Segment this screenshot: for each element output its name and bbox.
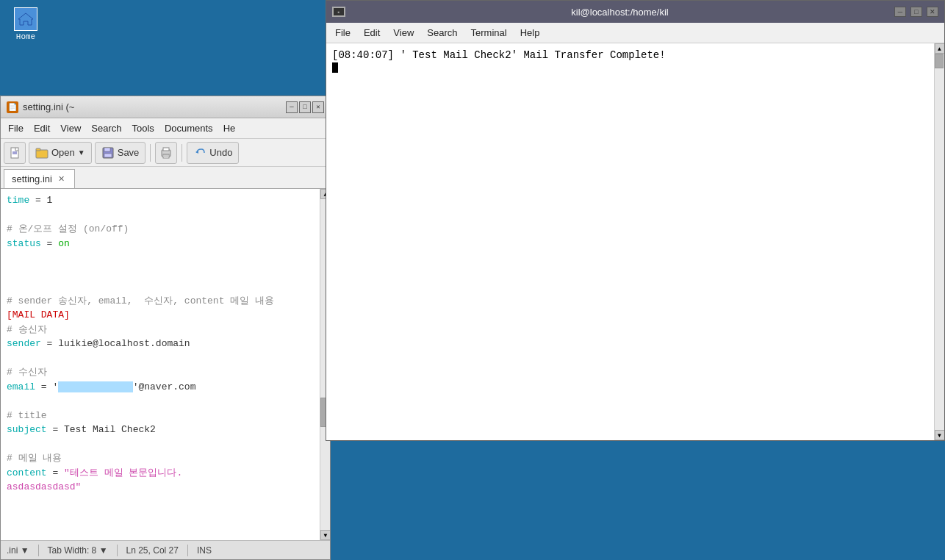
- terminal-content-area[interactable]: [08:40:07] ' Test Mail Check2' Mail Tran…: [326, 43, 934, 440]
- open-button[interactable]: Open ▼: [29, 142, 92, 164]
- terminal-title-icon: ▪: [332, 7, 345, 17]
- editor-content-area[interactable]: time = 1 # 온/오프 설정 (on/off) status = on …: [1, 189, 320, 540]
- tabwidth-dropdown-icon[interactable]: ▼: [99, 545, 108, 556]
- statusbar-filetype: .ini ▼: [7, 545, 29, 556]
- toolbar-divider-2: [182, 144, 182, 162]
- save-button[interactable]: Save: [95, 142, 146, 164]
- print-button[interactable]: [155, 142, 177, 164]
- editor-minimize-button[interactable]: ─: [286, 101, 298, 113]
- svg-rect-1: [11, 148, 18, 158]
- open-icon: [35, 146, 48, 159]
- open-dropdown-icon[interactable]: ▼: [78, 148, 85, 157]
- terminal-cursor: [332, 62, 338, 73]
- editor-close-button[interactable]: ✕: [312, 101, 324, 113]
- terminal-menu-file[interactable]: File: [329, 26, 356, 40]
- editor-titlebar: 📄 setting.ini (~ ─ □ ✕: [1, 96, 330, 118]
- terminal-body: [08:40:07] ' Test Mail Check2' Mail Tran…: [326, 43, 944, 440]
- save-label: Save: [118, 147, 140, 158]
- editor-scroll-down-button[interactable]: ▼: [320, 530, 330, 540]
- editor-menu-edit[interactable]: Edit: [29, 121, 54, 135]
- terminal-scroll-down-button[interactable]: ▼: [935, 430, 945, 440]
- editor-menu-documents[interactable]: Documents: [160, 121, 218, 135]
- svg-marker-0: [18, 13, 33, 25]
- terminal-menu-terminal[interactable]: Terminal: [465, 26, 513, 40]
- terminal-menu-help[interactable]: Help: [514, 26, 546, 40]
- editor-menu-help[interactable]: He: [219, 121, 240, 135]
- svg-rect-7: [104, 148, 110, 151]
- tab-close-button[interactable]: ✕: [57, 174, 67, 184]
- terminal-menu-edit[interactable]: Edit: [358, 26, 386, 40]
- terminal-scroll-thumb[interactable]: [935, 54, 944, 68]
- editor-tab-setting-ini[interactable]: setting.ini ✕: [4, 169, 75, 188]
- terminal-scroll-up-button[interactable]: ▲: [935, 43, 945, 54]
- undo-label: Undo: [209, 147, 232, 158]
- terminal-window-controls: ─ □ ✕: [894, 7, 938, 17]
- new-file-button[interactable]: [4, 142, 26, 164]
- terminal-scroll-track[interactable]: [935, 54, 944, 430]
- statusbar-tab-width: Tab Width: 8 ▼: [48, 545, 108, 556]
- statusbar-cursor-pos: Ln 25, Col 27: [126, 545, 179, 556]
- svg-rect-10: [163, 148, 169, 151]
- editor-menu-tools[interactable]: Tools: [128, 121, 159, 135]
- editor-menu-search[interactable]: Search: [87, 121, 126, 135]
- editor-tabs: setting.ini ✕: [1, 167, 330, 189]
- terminal-scrollbar: ▲ ▼: [934, 43, 944, 440]
- statusbar-divider-2: [117, 545, 118, 556]
- terminal-menu-view[interactable]: View: [387, 26, 420, 40]
- save-icon: [101, 146, 115, 159]
- editor-menubar: File Edit View Search Tools Documents He: [1, 118, 330, 139]
- terminal-menubar: File Edit View Search Terminal Help: [326, 23, 944, 43]
- toolbar-divider-1: [150, 144, 151, 162]
- terminal-menu-search[interactable]: Search: [421, 26, 463, 40]
- editor-toolbar: Open ▼ Save: [1, 139, 330, 167]
- editor-title-icon: 📄: [7, 101, 18, 113]
- open-label: Open: [51, 147, 75, 158]
- svg-rect-8: [104, 154, 112, 157]
- terminal-minimize-button[interactable]: ─: [894, 7, 906, 17]
- statusbar-mode: INS: [197, 545, 212, 556]
- terminal-title-text: kil@localhost:/home/kil: [351, 7, 888, 18]
- undo-icon: [193, 146, 206, 159]
- terminal-window: ▪ kil@localhost:/home/kil ─ □ ✕ File Edi…: [326, 0, 945, 441]
- editor-window-controls: ─ □ ✕: [286, 101, 324, 113]
- terminal-titlebar: ▪ kil@localhost:/home/kil ─ □ ✕: [326, 1, 944, 23]
- statusbar-divider-3: [187, 545, 188, 556]
- svg-rect-4: [36, 150, 48, 158]
- editor-title-text: setting.ini (~: [23, 101, 281, 112]
- filetype-dropdown-icon[interactable]: ▼: [21, 545, 29, 556]
- terminal-maximize-button[interactable]: □: [910, 7, 922, 17]
- editor-menu-view[interactable]: View: [56, 121, 85, 135]
- home-icon-label: Home: [16, 32, 35, 41]
- editor-menu-file[interactable]: File: [4, 121, 28, 135]
- tab-label: setting.ini: [12, 173, 52, 184]
- undo-button[interactable]: Undo: [187, 142, 239, 164]
- desktop: Home 📄 setting.ini (~ ─ □ ✕ File Edit Vi…: [0, 0, 945, 560]
- editor-body: time = 1 # 온/오프 설정 (on/off) status = on …: [1, 189, 330, 540]
- svg-rect-5: [36, 148, 40, 151]
- statusbar-divider-1: [38, 545, 39, 556]
- home-folder-icon: [14, 7, 37, 31]
- terminal-close-button[interactable]: ✕: [927, 7, 938, 17]
- desktop-icon-home[interactable]: Home: [7, 7, 44, 41]
- terminal-output-line: [08:40:07] ' Test Mail Check2' Mail Tran…: [332, 49, 666, 61]
- text-editor-window: 📄 setting.ini (~ ─ □ ✕ File Edit View Se…: [0, 96, 331, 560]
- editor-statusbar: .ini ▼ Tab Width: 8 ▼ Ln 25, Col 27 INS: [1, 540, 330, 559]
- editor-maximize-button[interactable]: □: [299, 101, 311, 113]
